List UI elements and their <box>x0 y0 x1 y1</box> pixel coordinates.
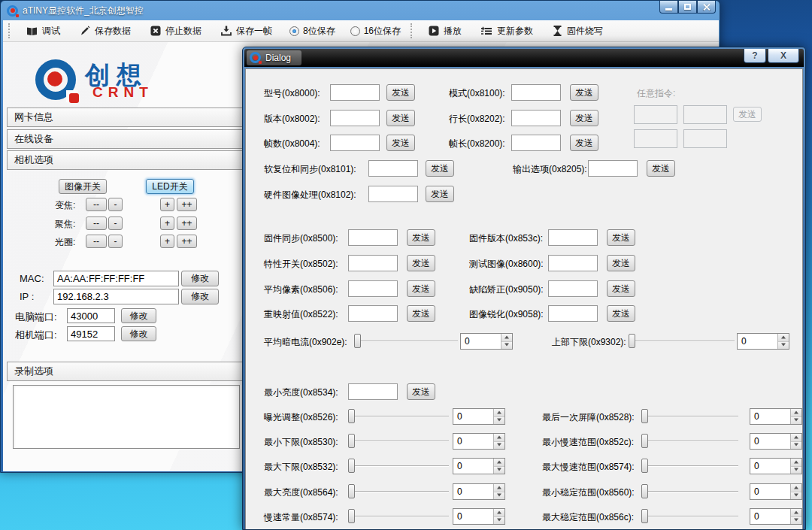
slider-handle-0x8560-9[interactable] <box>641 484 648 498</box>
send-button-0x8202-3[interactable]: 发送 <box>570 110 598 126</box>
toolbar-item-save-frame[interactable]: 保存一帧 <box>211 21 282 41</box>
toolbar-item-firmware-write[interactable]: 固件烧写 <box>543 21 613 41</box>
toolbar-item-stop-data[interactable]: 停止数据 <box>141 21 211 41</box>
zoom-decr2-button[interactable]: -- <box>86 198 107 211</box>
send-button-0x8004-4[interactable]: 发送 <box>386 135 415 151</box>
send-button-0x8500-9[interactable]: 发送 <box>407 229 435 246</box>
send-button-0x8102-8[interactable]: 发送 <box>426 186 454 202</box>
send-button-0x8002-2[interactable]: 发送 <box>386 110 415 126</box>
dialog-titlebar[interactable]: Dialog <box>244 49 804 67</box>
iris-decr2-button[interactable]: -- <box>86 235 107 248</box>
section-header-network-info[interactable]: 网卡信息 <box>7 108 245 127</box>
spin-down-button-0x8574-7[interactable] <box>791 466 801 474</box>
spinbox-0x8530-4[interactable]: 0 <box>453 433 505 450</box>
spin-down-button-0x902e-0[interactable] <box>501 341 512 350</box>
ip-modify-button[interactable]: 修改 <box>181 289 219 304</box>
ip-input[interactable] <box>53 289 179 304</box>
field-input-0x8100-1[interactable] <box>511 84 561 101</box>
arbitrary-send-button[interactable]: 发送 <box>733 107 762 122</box>
send-button-0x8600-12[interactable]: 发送 <box>607 255 635 271</box>
send-button-0x9050-14[interactable]: 发送 <box>607 280 635 297</box>
field-input-0x8506-13[interactable] <box>348 280 398 297</box>
minimize-button[interactable] <box>659 1 678 14</box>
send-button-0x8522-15[interactable]: 发送 <box>407 305 435 322</box>
spin-up-button-0x8574-7[interactable] <box>791 459 801 466</box>
spinbox-0x8532-6[interactable]: 0 <box>453 458 505 474</box>
field-input-0x8000-0[interactable] <box>330 84 380 101</box>
field-input-0x8002-2[interactable] <box>330 110 380 126</box>
slider-handle-0x902e-0[interactable] <box>354 334 361 348</box>
send-button-0x8101-6[interactable]: 发送 <box>426 160 454 177</box>
slider-handle-0x856c-11[interactable] <box>641 509 648 523</box>
spinbox-0x902e-0[interactable]: 0 <box>460 333 513 350</box>
image-switch-button[interactable]: 图像开关 <box>59 179 107 194</box>
spin-down-button-0x8532-6[interactable] <box>494 466 504 474</box>
slider-handle-0x8526-2[interactable] <box>348 409 355 423</box>
send-button-0x8506-13[interactable]: 发送 <box>407 280 435 297</box>
send-button-0x8200-5[interactable]: 发送 <box>570 135 598 151</box>
spin-down-button-0x8526-2[interactable] <box>494 416 504 425</box>
toolbar-item-update-params[interactable]: 更新参数 <box>471 21 543 41</box>
iris-incr2-button[interactable]: ++ <box>177 235 197 248</box>
maximize-button[interactable] <box>678 1 697 14</box>
field-input-0x8101-6[interactable] <box>368 160 418 177</box>
zoom-decr-button[interactable]: - <box>108 198 123 211</box>
close-button[interactable] <box>697 1 716 14</box>
section-header-camera-options[interactable]: 相机选项 <box>7 150 245 170</box>
spinbox-0x852c-5[interactable]: 0 <box>750 433 802 450</box>
radio-8bit-save[interactable]: 8位保存 <box>282 25 343 38</box>
spin-down-button-0x8560-9[interactable] <box>791 492 801 500</box>
dialog-close-button[interactable]: X <box>768 49 799 63</box>
section-header-online-devices[interactable]: 在线设备 <box>7 129 245 149</box>
record-list[interactable] <box>13 385 240 449</box>
spin-up-button-0x8574-10[interactable] <box>494 509 504 516</box>
spin-down-button-0x852c-5[interactable] <box>791 441 801 450</box>
radio-16bit-save[interactable]: 16位保存 <box>343 25 408 38</box>
field-input-0x8200-5[interactable] <box>511 135 561 151</box>
spin-up-button-0x856c-11[interactable] <box>791 509 801 516</box>
slider-handle-0x8532-6[interactable] <box>348 459 355 473</box>
arbitrary-input-2[interactable] <box>683 105 727 124</box>
pc-port-input[interactable] <box>67 308 115 323</box>
spin-up-button-0x8526-2[interactable] <box>494 409 504 416</box>
spinbox-0x8574-7[interactable]: 0 <box>750 458 802 474</box>
spinbox-0x8560-9[interactable]: 0 <box>750 483 802 500</box>
send-button-0x853c-10[interactable]: 发送 <box>607 229 635 246</box>
focus-decr2-button[interactable]: -- <box>86 217 107 230</box>
send-button-0x9058-16[interactable]: 发送 <box>607 305 635 322</box>
focus-decr-button[interactable]: - <box>108 217 123 230</box>
arbitrary-input-1[interactable] <box>634 105 677 124</box>
cam-port-input[interactable] <box>67 326 115 341</box>
spin-down-button-0x9302-1[interactable] <box>778 341 789 350</box>
spin-up-button-0x8530-4[interactable] <box>494 434 504 441</box>
spin-up-button-0x8532-6[interactable] <box>494 459 504 466</box>
arbitrary-input-4[interactable] <box>683 129 727 148</box>
spinbox-0x9302-1[interactable]: 0 <box>737 333 789 350</box>
mac-modify-button[interactable]: 修改 <box>181 271 219 286</box>
field-input-0x8522-15[interactable] <box>348 305 398 322</box>
dialog-help-button[interactable]: ? <box>744 49 766 63</box>
send-button-0x8502-11[interactable]: 发送 <box>407 255 435 271</box>
spin-up-button-0x852c-5[interactable] <box>791 434 801 441</box>
spin-down-button-0x8574-10[interactable] <box>494 516 504 525</box>
field-input-0x8202-3[interactable] <box>511 110 561 126</box>
focus-incr-button[interactable]: + <box>160 217 174 230</box>
slider-handle-0x9302-1[interactable] <box>629 334 635 348</box>
spin-down-button-0x8530-4[interactable] <box>494 441 504 450</box>
spin-up-button-0x9302-1[interactable] <box>778 334 789 341</box>
field-input-0x8534-17[interactable] <box>348 383 398 400</box>
spin-down-button-0x856c-11[interactable] <box>791 516 801 525</box>
spin-up-button-0x8560-9[interactable] <box>791 484 801 492</box>
field-input-0x8205-7[interactable] <box>588 160 638 177</box>
main-titlebar[interactable]: aTINY显控软件_北京创想智控 <box>1 1 720 20</box>
zoom-incr-button[interactable]: + <box>160 198 174 211</box>
mac-input[interactable] <box>53 271 179 286</box>
slider-handle-0x8528-3[interactable] <box>641 409 648 423</box>
slider-handle-0x8574-7[interactable] <box>641 459 648 473</box>
toolbar-item-debug[interactable]: 调试 <box>17 21 70 41</box>
send-button-0x8205-7[interactable]: 发送 <box>647 160 675 177</box>
field-input-0x853c-10[interactable] <box>548 229 598 246</box>
slider-handle-0x8574-10[interactable] <box>348 509 355 523</box>
toolbar-item-save-data[interactable]: 保存数据 <box>70 21 141 41</box>
send-button-0x8100-1[interactable]: 发送 <box>570 84 598 101</box>
